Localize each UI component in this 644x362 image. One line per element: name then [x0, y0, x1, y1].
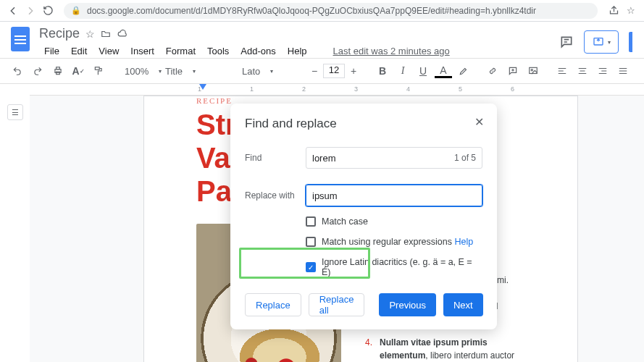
paint-format-icon[interactable]: [90, 62, 107, 80]
regex-label: Match using regular expressions Help: [322, 237, 473, 247]
menu-addons[interactable]: Add-ons: [235, 43, 280, 59]
address-bar[interactable]: 🔒 docs.google.com/document/d/1dMDY8RyRfw…: [64, 3, 598, 19]
browser-chrome: 🔒 docs.google.com/document/d/1dMDY8RyRfw…: [0, 0, 644, 22]
help-link[interactable]: Help: [454, 237, 473, 247]
align-justify-icon[interactable]: [614, 62, 632, 80]
move-icon[interactable]: [101, 29, 111, 39]
bookmark-icon[interactable]: ☆: [624, 4, 638, 18]
share-page-icon[interactable]: [606, 4, 621, 18]
list-item: 4. Nullam vitae ipsum primis elementum, …: [365, 336, 521, 362]
redo-icon[interactable]: [29, 62, 46, 80]
close-icon[interactable]: ✕: [474, 115, 484, 129]
comments-icon[interactable]: [559, 35, 574, 49]
avatar[interactable]: [629, 32, 632, 52]
print-icon[interactable]: [49, 62, 67, 80]
text-color-icon[interactable]: A: [435, 64, 452, 78]
style-select[interactable]: Title▾: [159, 66, 225, 77]
highlight-color-icon[interactable]: [455, 62, 472, 80]
cloud-saved-icon[interactable]: [117, 29, 128, 39]
menu-bar: File Edit View Insert Format Tools Add-o…: [39, 43, 559, 59]
font-size-input[interactable]: 12: [323, 64, 345, 78]
underline-icon[interactable]: U: [414, 62, 432, 80]
replace-input[interactable]: ipsum: [306, 185, 482, 206]
align-left-icon[interactable]: [553, 62, 571, 80]
font-select[interactable]: Lato▾: [236, 66, 294, 77]
find-replace-dialog: Find and replace ✕ Find lorem 1 of 5 Rep…: [230, 104, 497, 329]
replace-all-button[interactable]: Replace all: [309, 293, 365, 316]
document-title[interactable]: Recipe: [39, 26, 80, 41]
insert-link-icon[interactable]: [484, 62, 501, 80]
menu-view[interactable]: View: [93, 43, 124, 59]
diacritics-checkbox[interactable]: ✓: [306, 262, 316, 272]
url-text: docs.google.com/document/d/1dMDY8RyRfw0a…: [87, 6, 536, 16]
menu-help[interactable]: Help: [283, 43, 312, 59]
add-comment-icon[interactable]: [504, 62, 522, 80]
increase-font-icon[interactable]: +: [345, 62, 362, 80]
find-label: Find: [245, 153, 296, 163]
spellcheck-icon[interactable]: A✓: [70, 62, 87, 80]
decrease-font-icon[interactable]: −: [306, 62, 323, 80]
ruler[interactable]: 1 1 2 3 4 5 6: [30, 84, 644, 96]
menu-file[interactable]: File: [39, 43, 64, 59]
replace-label: Replace with: [245, 190, 296, 201]
menu-insert[interactable]: Insert: [125, 43, 159, 59]
star-icon[interactable]: ☆: [85, 28, 95, 40]
replace-button[interactable]: Replace: [245, 293, 301, 316]
present-button[interactable]: ▾: [584, 30, 619, 54]
diacritics-label: Ignore Latin diacritics (e. g. ä = a, E …: [322, 257, 482, 277]
document-outline-icon[interactable]: ☰: [7, 104, 23, 120]
zoom-select[interactable]: 100%▾: [119, 66, 148, 77]
menu-tools[interactable]: Tools: [202, 43, 234, 59]
docs-logo[interactable]: [7, 26, 33, 52]
match-case-label: Match case: [322, 216, 368, 227]
lock-icon: 🔒: [71, 6, 81, 15]
back-icon[interactable]: [6, 4, 20, 18]
find-input[interactable]: lorem 1 of 5: [306, 147, 482, 169]
match-case-checkbox[interactable]: [306, 216, 316, 227]
svg-point-6: [531, 70, 532, 71]
align-center-icon[interactable]: [574, 62, 591, 80]
match-count: 1 of 5: [454, 153, 476, 163]
docs-header: Recipe ☆ File Edit View Insert Format To…: [0, 22, 644, 58]
bold-icon[interactable]: B: [374, 62, 391, 80]
italic-icon[interactable]: I: [394, 62, 411, 80]
next-button[interactable]: Next: [443, 293, 483, 316]
menu-format[interactable]: Format: [161, 43, 201, 59]
left-gutter: ☰: [0, 84, 30, 362]
reload-icon[interactable]: [41, 4, 55, 18]
forward-icon[interactable]: [23, 4, 38, 18]
menu-edit[interactable]: Edit: [66, 43, 92, 59]
regex-checkbox[interactable]: [306, 237, 316, 247]
dialog-title: Find and replace: [245, 117, 482, 131]
previous-button[interactable]: Previous: [379, 293, 436, 316]
undo-icon[interactable]: [9, 62, 26, 80]
svg-rect-2: [57, 67, 60, 70]
insert-image-icon[interactable]: [524, 62, 542, 80]
toolbar: A✓ 100%▾ Title▾ Lato▾ − 12 + B I U A ▾ ▾…: [0, 58, 644, 84]
svg-rect-4: [95, 67, 99, 70]
align-right-icon[interactable]: [594, 62, 611, 80]
last-edit-link[interactable]: Last edit was 2 minutes ago: [328, 43, 455, 59]
